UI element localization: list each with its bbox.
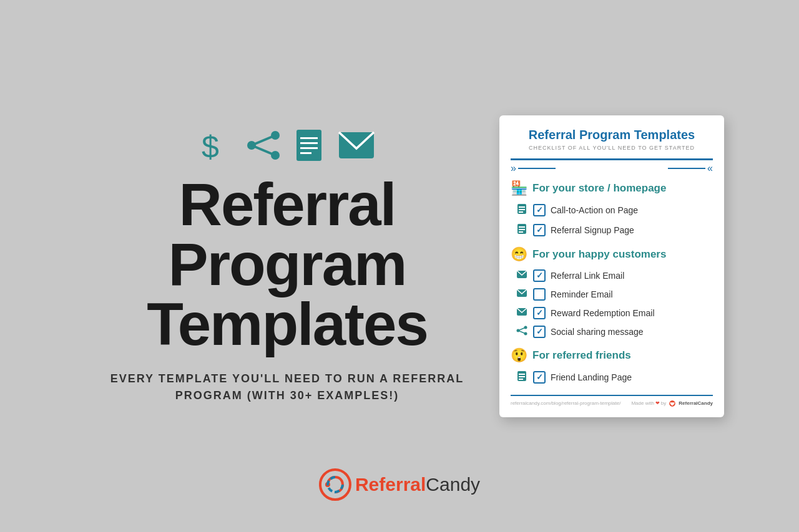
section3-header: 😲 For referred friends: [511, 347, 713, 364]
svg-line-4: [252, 135, 275, 145]
main-title: Referral Program Templates: [147, 175, 428, 354]
list-item: ✓ Social sharing message: [511, 322, 713, 341]
checklist-card: Referral Program Templates CHECKLIST OF …: [499, 115, 724, 417]
section2-header: 😁 For your happy customers: [511, 246, 713, 263]
svg-text:$: $: [202, 130, 219, 162]
item-text: Call-to-Action on Page: [551, 205, 638, 215]
item-text: Friend Landing Page: [551, 372, 632, 382]
card-subtitle: CHECKLIST OF ALL YOU'LL NEED TO GET STAR…: [511, 145, 713, 151]
checkbox: ✓: [533, 326, 546, 338]
svg-rect-30: [519, 376, 525, 377]
main-container: $: [0, 0, 799, 532]
svg-rect-9: [300, 147, 318, 149]
list-item: ✓ Referral Signup Page: [511, 220, 713, 240]
checkbox: ✓: [533, 204, 546, 216]
svg-rect-17: [519, 226, 525, 228]
referralcandy-logo-icon: [319, 468, 351, 501]
svg-rect-6: [297, 130, 321, 161]
list-item: Reminder Email: [511, 285, 713, 304]
footer-credit: Made with ❤ by ReferralCandy: [631, 400, 713, 407]
checkbox: ✓: [533, 371, 546, 384]
checkbox: ✓: [533, 269, 546, 282]
svg-rect-8: [300, 142, 318, 144]
left-section: $: [75, 116, 499, 417]
list-item: ✓ Reward Redemption Email: [511, 304, 713, 322]
doc-icon: [516, 223, 528, 237]
svg-rect-15: [519, 211, 523, 213]
doc-icon: [516, 370, 528, 384]
share-small-icon: [516, 326, 528, 338]
item-text: Reminder Email: [551, 289, 613, 299]
svg-rect-19: [519, 231, 523, 233]
email-small-icon: [516, 289, 528, 300]
section2-emoji: 😁: [511, 246, 527, 263]
doc-icon: [516, 203, 528, 217]
decorative-lines: » «: [511, 163, 713, 174]
svg-rect-29: [519, 374, 525, 375]
section1-label: For your store / homepage: [532, 182, 666, 195]
svg-rect-13: [519, 206, 525, 208]
section2-label: For your happy customers: [532, 248, 666, 261]
subtitle: EVERY TEMPLATE YOU'LL NEED TO RUN A REFE…: [100, 370, 474, 404]
email-small-icon: [516, 270, 528, 281]
list-item: ✓ Referral Link Email: [511, 266, 713, 285]
list-item: ✓ Call-to-Action on Page: [511, 200, 713, 220]
bottom-logo: ReferralCandy: [319, 468, 480, 501]
footer-url: referralcandy.com/blog/referral-program-…: [511, 400, 620, 406]
share-icon: [247, 131, 280, 160]
item-text: Referral Link Email: [551, 271, 624, 281]
item-text: Referral Signup Page: [551, 225, 634, 235]
icons-row: $: [199, 128, 375, 162]
section1-emoji: 🏪: [511, 180, 527, 196]
checkbox: [533, 288, 546, 301]
section1-header: 🏪 For your store / homepage: [511, 180, 713, 196]
checkbox: ✓: [533, 307, 546, 319]
svg-rect-31: [519, 379, 523, 380]
section3-emoji: 😲: [511, 347, 527, 364]
svg-line-5: [252, 145, 275, 155]
card-title: Referral Program Templates: [511, 128, 713, 142]
email-small-icon: [516, 307, 528, 319]
svg-rect-7: [300, 137, 318, 139]
svg-line-26: [518, 327, 526, 331]
svg-line-27: [518, 331, 526, 334]
dollar-icon: $: [199, 129, 232, 162]
svg-rect-18: [519, 229, 525, 230]
document-icon: [295, 128, 323, 162]
list-item: ✓ Friend Landing Page: [511, 367, 713, 387]
logo-text: ReferralCandy: [355, 474, 480, 495]
checkbox: ✓: [533, 224, 546, 236]
svg-rect-14: [519, 209, 525, 210]
item-text: Social sharing message: [551, 327, 644, 337]
svg-point-32: [320, 470, 350, 500]
svg-rect-10: [300, 152, 311, 154]
email-icon: [338, 131, 375, 160]
item-text: Reward Redemption Email: [551, 308, 655, 318]
section3-label: For referred friends: [532, 349, 631, 362]
